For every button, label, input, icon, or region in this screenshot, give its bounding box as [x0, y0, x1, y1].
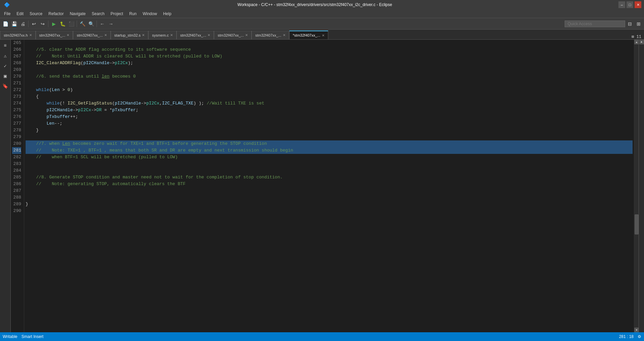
search-toolbar-button[interactable]: 🔍 — [87, 20, 95, 28]
menu-source[interactable]: Source — [27, 10, 45, 17]
line-num: 269 — [12, 67, 21, 73]
print-button[interactable]: 🖨 — [19, 20, 27, 28]
line-num: 273 — [12, 93, 21, 100]
forward-button[interactable]: → — [107, 20, 115, 28]
close-button[interactable]: ✕ — [635, 1, 641, 8]
code-line-273: { — [26, 93, 633, 100]
sidebar-icon-1[interactable]: ≡ — [1, 41, 10, 50]
menu-bar: File Edit Source Refactor Navigate Searc… — [0, 9, 644, 18]
toolbar-sep-3 — [77, 20, 77, 27]
tab-close-0[interactable]: ✕ — [29, 33, 32, 37]
menu-refactor[interactable]: Refactor — [46, 10, 66, 17]
tab-close-7[interactable]: ✕ — [283, 33, 286, 37]
tab-close-3[interactable]: ✕ — [142, 33, 145, 37]
line-num: 289 — [12, 201, 21, 208]
code-line-281: // Note: TXE=1 , BTF=1 , means that both… — [26, 147, 633, 154]
line-num: 275 — [12, 107, 21, 114]
stop-button[interactable]: ⬛ — [67, 20, 75, 28]
tab-close-1[interactable]: ✕ — [67, 33, 69, 37]
sidebar-icon-3[interactable]: ✓ — [1, 61, 10, 71]
line-num: 270 — [12, 73, 21, 80]
sidebar-icon-2[interactable]: ⚠ — [1, 51, 10, 60]
line-num: 274 — [12, 100, 21, 107]
code-line-280: //7. when Len becomes zero wait for TXE=… — [26, 140, 633, 147]
vertical-scrollbar[interactable]: ▲ ▼ — [634, 40, 639, 332]
line-num: 290 — [12, 208, 21, 214]
scroll-up-button[interactable]: ▲ — [634, 40, 639, 44]
editor-area[interactable]: 265 266 267 268 269 270 271 272 273 274 … — [11, 40, 639, 332]
code-line-266: //5. clear the ADDR flag according to it… — [26, 46, 633, 53]
line-num: 265 — [12, 40, 21, 46]
toolbar: 📄 💾 🖨 ↩ ↪ ▶ 🐛 ⬛ 🔨 🔍 ← → ⊟ ⊞ — [0, 18, 644, 30]
tab-bar: stm32f407xx.h ✕ stm32f407xx_... ✕ stm32f… — [0, 30, 644, 40]
code-line-276: pTxbuffer++; — [26, 114, 633, 120]
new-button[interactable]: 📄 — [1, 20, 9, 28]
line-num: 280 — [12, 140, 21, 147]
tab-7[interactable]: stm32f407xx_... ✕ — [252, 31, 289, 39]
tab-4[interactable]: sysmem.c ✕ — [148, 31, 177, 39]
menu-search[interactable]: Search — [89, 10, 107, 17]
scroll-down-button[interactable]: ▼ — [634, 328, 639, 332]
menu-help[interactable]: Help — [160, 10, 174, 17]
status-smart-insert: Smart Insert — [22, 334, 43, 339]
code-line-279 — [26, 134, 633, 140]
line-num: 268 — [12, 60, 21, 67]
code-line-270: //6. send the data until len becomes 0 — [26, 73, 633, 80]
undo-button[interactable]: ↩ — [30, 20, 38, 28]
menu-window[interactable]: Window — [140, 10, 160, 17]
toolbar-sep-2 — [48, 20, 48, 27]
cursor-position: 281 : 18 — [619, 334, 634, 339]
debug-button[interactable]: 🐛 — [59, 20, 67, 28]
tab-2[interactable]: stm32f407xx_... ✕ — [73, 31, 111, 39]
line-num: 278 — [12, 127, 21, 134]
tab-close-6[interactable]: ✕ — [245, 33, 248, 37]
code-line-268: I2C_ClearADDRFlag(pI2CHandle->pI2Cx); — [26, 60, 633, 67]
tab-6[interactable]: stm32f407xx_... ✕ — [214, 31, 252, 39]
tab-close-5[interactable]: ✕ — [207, 33, 210, 37]
right-sidebar-top[interactable]: ▲ — [639, 40, 644, 44]
tab-1[interactable]: stm32f407xx_... ✕ — [36, 31, 73, 39]
tab-close-8[interactable]: ✕ — [322, 34, 325, 37]
maximize-button[interactable]: □ — [627, 1, 633, 8]
menu-navigate[interactable]: Navigate — [67, 10, 88, 17]
line-num: 284 — [12, 167, 21, 174]
code-line-271 — [26, 80, 633, 87]
tab-0[interactable]: stm32f407xx.h ✕ — [0, 31, 36, 39]
line-num: 279 — [12, 134, 21, 140]
minimize-button[interactable]: – — [618, 1, 625, 8]
tab-3[interactable]: startup_stm32.s ✕ — [111, 31, 148, 39]
line-num: 288 — [12, 194, 21, 201]
maximize-editor-button[interactable]: ⊞ — [635, 20, 643, 28]
scroll-track[interactable] — [634, 44, 639, 328]
back-button[interactable]: ← — [98, 20, 106, 28]
line-num: 287 — [12, 187, 21, 194]
save-button[interactable]: 💾 — [10, 20, 18, 28]
menu-project[interactable]: Project — [108, 10, 126, 17]
left-sidebar: ≡ ⚠ ✓ ▣ 🔖 — [0, 40, 11, 332]
tab-close-4[interactable]: ✕ — [170, 33, 173, 37]
code-line-267: // Note: Until ADDR is cleared SCL will … — [26, 53, 633, 60]
redo-button[interactable]: ↪ — [39, 20, 47, 28]
code-lines[interactable]: //5. clear the ADDR flag according to it… — [24, 40, 634, 332]
sidebar-icon-5[interactable]: 🔖 — [1, 81, 10, 91]
menu-edit[interactable]: Edit — [14, 10, 26, 17]
code-line-288 — [26, 194, 633, 201]
toolbar-sep-1 — [28, 20, 29, 27]
menu-run[interactable]: Run — [126, 10, 139, 17]
main-layout: ≡ ⚠ ✓ ▣ 🔖 265 266 267 268 269 270 271 27… — [0, 40, 644, 332]
run-button[interactable]: ▶ — [50, 20, 58, 28]
restore-button[interactable]: ⊟ — [626, 20, 634, 28]
build-button[interactable]: 🔨 — [78, 20, 86, 28]
line-num: 286 — [12, 181, 21, 187]
scroll-thumb[interactable] — [635, 214, 639, 235]
sidebar-icon-4[interactable]: ▣ — [1, 71, 10, 81]
menu-file[interactable]: File — [1, 10, 13, 17]
tab-overflow-button[interactable]: ⊞ 11 — [629, 34, 644, 39]
tab-close-2[interactable]: ✕ — [104, 33, 107, 37]
line-num: 283 — [12, 161, 21, 167]
tab-8[interactable]: *stm32f407xx_... ✕ — [289, 31, 328, 39]
settings-icon[interactable]: ⚙ — [638, 334, 641, 339]
tab-5[interactable]: stm32f407xx_... ✕ — [177, 31, 214, 39]
quick-access-input[interactable] — [565, 20, 625, 27]
status-right: 281 : 18 ⚙ — [619, 334, 641, 339]
